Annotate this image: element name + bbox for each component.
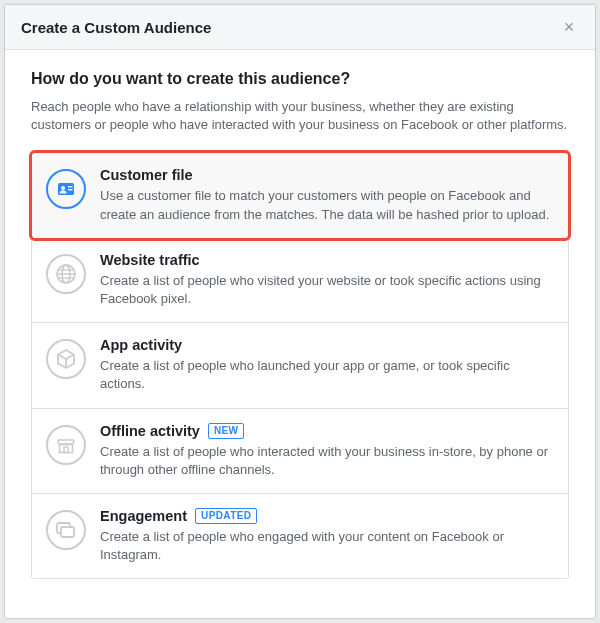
engagement-icon [46,510,86,550]
option-title: Engagement UPDATED [100,508,552,524]
option-text: App activity Create a list of people who… [100,337,552,393]
create-audience-modal: Create a Custom Audience × How do you wa… [4,4,596,619]
option-desc: Create a list of people who engaged with… [100,528,552,564]
option-title: Customer file [100,167,552,183]
svg-rect-15 [64,447,68,453]
option-desc: Create a list of people who visited your… [100,272,552,308]
option-text: Offline activity NEW Create a list of pe… [100,423,552,479]
svg-rect-3 [68,186,73,187]
option-app-activity[interactable]: App activity Create a list of people who… [32,323,568,408]
option-desc: Create a list of people who interacted w… [100,443,552,479]
svg-rect-4 [68,189,73,190]
new-badge: NEW [208,423,245,439]
option-offline-activity[interactable]: Offline activity NEW Create a list of pe… [32,409,568,494]
modal-title: Create a Custom Audience [21,19,211,36]
question-heading: How do you want to create this audience? [31,70,569,88]
option-list: Customer file Use a customer file to mat… [31,152,569,579]
option-title-label: Engagement [100,508,187,524]
modal-body: How do you want to create this audience?… [5,50,595,618]
option-engagement[interactable]: Engagement UPDATED Create a list of peop… [32,494,568,578]
close-button[interactable]: × [559,17,579,37]
option-title-label: Website traffic [100,252,200,268]
option-title-label: Customer file [100,167,193,183]
option-customer-file[interactable]: Customer file Use a customer file to mat… [29,150,571,240]
option-text: Customer file Use a customer file to mat… [100,167,552,223]
globe-icon [46,254,86,294]
option-desc: Create a list of people who launched you… [100,357,552,393]
svg-rect-18 [61,527,74,537]
customer-file-icon [46,169,86,209]
updated-badge: UPDATED [195,508,257,524]
intro-text: Reach people who have a relationship wit… [31,98,569,134]
modal-header: Create a Custom Audience × [5,5,595,50]
store-icon [46,425,86,465]
option-text: Website traffic Create a list of people … [100,252,552,308]
close-icon: × [564,18,575,36]
option-text: Engagement UPDATED Create a list of peop… [100,508,552,564]
option-title-label: App activity [100,337,182,353]
svg-point-2 [61,186,65,190]
option-desc: Use a customer file to match your custom… [100,187,552,223]
svg-rect-14 [60,444,73,452]
option-title: App activity [100,337,552,353]
box-icon [46,339,86,379]
option-website-traffic[interactable]: Website traffic Create a list of people … [32,238,568,323]
option-title-label: Offline activity [100,423,200,439]
option-title: Website traffic [100,252,552,268]
option-title: Offline activity NEW [100,423,552,439]
